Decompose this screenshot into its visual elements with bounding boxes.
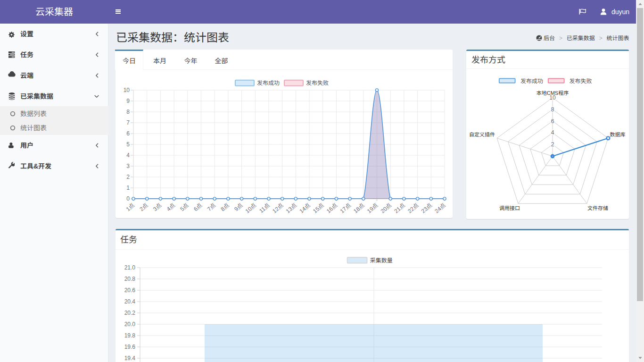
svg-text:4点: 4点 [165,202,176,213]
svg-text:17点: 17点 [339,202,352,215]
svg-text:8点: 8点 [220,202,231,213]
svg-text:9点: 9点 [233,202,244,213]
svg-text:9: 9 [126,98,130,104]
svg-text:15点: 15点 [312,202,325,215]
svg-text:20.0: 20.0 [124,321,136,328]
svg-text:发布失败: 发布失败 [570,78,592,84]
svg-text:6: 6 [126,130,130,137]
svg-text:发布失败: 发布失败 [306,80,329,86]
svg-text:3点: 3点 [152,202,163,213]
svg-text:14点: 14点 [298,202,312,215]
svg-text:2点: 2点 [138,202,149,213]
svg-text:发布成功: 发布成功 [257,80,280,86]
svg-text:4: 4 [126,152,130,159]
svg-text:数据库: 数据库 [610,132,626,137]
svg-text:10: 10 [124,87,130,93]
svg-text:1: 1 [126,185,130,191]
svg-text:19.8: 19.8 [124,332,136,339]
svg-text:22点: 22点 [406,202,420,215]
svg-text:7: 7 [126,119,130,126]
svg-text:20.8: 20.8 [124,276,136,282]
svg-text:21点: 21点 [393,202,406,215]
svg-text:4: 4 [551,129,554,136]
svg-text:20点: 20点 [380,202,393,215]
svg-text:13点: 13点 [285,202,298,215]
svg-text:19.6: 19.6 [124,344,136,350]
svg-text:11点: 11点 [258,202,271,214]
svg-text:18点: 18点 [352,202,365,215]
svg-text:20.4: 20.4 [124,298,136,305]
svg-text:12点: 12点 [271,202,284,215]
svg-text:20.2: 20.2 [124,310,136,316]
svg-text:本地CMS程序: 本地CMS程序 [537,90,569,96]
svg-text:10点: 10点 [244,202,257,215]
svg-text:0: 0 [126,195,130,202]
svg-text:2: 2 [126,174,130,180]
svg-text:8: 8 [551,106,554,113]
svg-text:21.0: 21.0 [124,264,136,271]
svg-text:文件存储: 文件存储 [587,205,608,211]
svg-text:23点: 23点 [420,202,433,215]
svg-text:8: 8 [126,109,130,115]
svg-text:1点: 1点 [125,202,136,213]
svg-text:24点: 24点 [434,202,447,215]
svg-text:采集数量: 采集数量 [370,257,393,264]
svg-text:发布成功: 发布成功 [520,78,543,84]
svg-text:5点: 5点 [179,202,190,213]
svg-text:6点: 6点 [192,202,203,213]
svg-text:调用接口: 调用接口 [499,205,520,211]
svg-text:16点: 16点 [325,202,339,215]
svg-text:19点: 19点 [366,202,379,215]
svg-text:自定义插件: 自定义插件 [469,132,495,137]
svg-text:19.4: 19.4 [124,355,136,362]
svg-text:5: 5 [126,141,130,148]
svg-text:6: 6 [551,118,554,125]
svg-text:7点: 7点 [206,202,217,213]
svg-text:2: 2 [551,141,554,148]
svg-text:20.6: 20.6 [124,287,136,294]
svg-text:3: 3 [126,163,130,169]
